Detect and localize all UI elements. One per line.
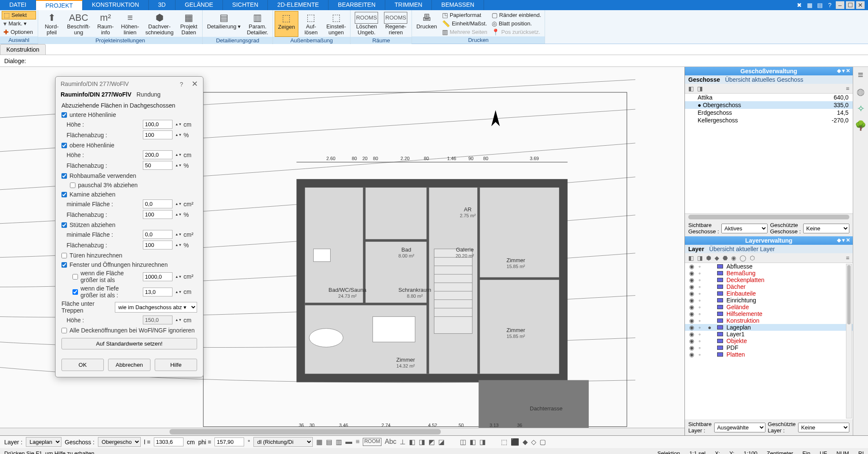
layers-list[interactable]: ◉◦Abfluesse◉◦Bemaßung◉◦Deckenplatten◉◦Dä…: [685, 263, 853, 419]
bi3[interactable]: ▥: [336, 438, 342, 446]
tab-2delemente[interactable]: 2D-ELEMENTE: [268, 0, 328, 10]
brick-icon[interactable]: ▤: [815, 1, 824, 9]
layers-tool6[interactable]: ◉: [731, 255, 736, 261]
layer-row[interactable]: ◉◦Einrichtung: [685, 297, 853, 304]
layers-tool5[interactable]: ⬣: [723, 255, 728, 261]
bi9[interactable]: ◧: [409, 438, 415, 446]
fenster-tiefe-input[interactable]: [143, 288, 172, 296]
selekt-button[interactable]: ⬚Selekt: [2, 11, 36, 19]
papierformat-button[interactable]: ◳Papierformat: [440, 11, 489, 19]
loeschen-ungeb-button[interactable]: ROOMSLöschen Ungeb.: [352, 11, 381, 37]
floors-icon3[interactable]: ≡: [846, 85, 849, 92]
dialog-ok-button[interactable]: OK: [61, 359, 104, 371]
layers-menu-icon[interactable]: ▾: [842, 237, 845, 243]
layer-row[interactable]: ◉◦Abfluesse: [685, 263, 853, 270]
toolstrip-chair-icon[interactable]: ◍: [857, 86, 865, 97]
untere-hoehe-input[interactable]: [143, 120, 172, 129]
panel-pin-icon[interactable]: ◆: [837, 68, 841, 74]
nordpfeil-button[interactable]: ⬆Nord- pfeil: [40, 11, 64, 37]
rauminfo-button[interactable]: m²Raum- info: [94, 11, 117, 37]
bi20[interactable]: ▢: [540, 438, 546, 446]
maximize-icon[interactable]: ☐: [846, 1, 854, 9]
bi8[interactable]: ⊥: [400, 438, 406, 446]
paramdetailier-button[interactable]: ▥Param. Detailier.: [244, 11, 271, 37]
settings-icon[interactable]: ▦: [805, 1, 814, 9]
bot-geschoss-select[interactable]: Obergescho: [98, 437, 141, 447]
layer-row[interactable]: ◉◦Objekte: [685, 338, 853, 344]
layers-tool9[interactable]: ≡: [846, 255, 849, 261]
raender-button[interactable]: ▢Ränder einblend.: [490, 11, 543, 19]
floors-tab-geschosse[interactable]: Geschosse: [688, 76, 720, 83]
chk-untere[interactable]: [61, 112, 67, 118]
layers-close-icon[interactable]: ✕: [846, 237, 850, 243]
bot-phi-input[interactable]: [214, 437, 244, 446]
blattpos-button[interactable]: ◎Blatt position.: [490, 19, 543, 28]
floors-icon2[interactable]: ◨: [697, 85, 703, 92]
std-values-button[interactable]: Auf Standardwerte setzen!: [61, 338, 197, 349]
bi14[interactable]: ◧: [470, 438, 476, 446]
optionen-button[interactable]: ✚Optionen: [2, 28, 36, 36]
layers-pin-icon[interactable]: ◆: [837, 237, 841, 243]
minimize-icon[interactable]: –: [836, 1, 844, 9]
dialog-tab-rundung[interactable]: Rundung: [136, 91, 161, 98]
layers-tool8[interactable]: ⬡: [750, 255, 755, 261]
kamine-min-input[interactable]: [143, 199, 172, 208]
mehrere-seiten-button[interactable]: ▥Mehrere Seiten: [440, 28, 489, 36]
obere-abzug-input[interactable]: [143, 161, 172, 170]
bi4[interactable]: ▬: [345, 438, 352, 446]
bi1[interactable]: ▦: [316, 438, 323, 446]
dialog-tab-rauminfo[interactable]: Rauminfo/DIN 277/WoFlV: [61, 91, 131, 98]
bi5[interactable]: ≡: [356, 438, 359, 446]
bot-mode-select[interactable]: dl (Richtung/Di: [253, 437, 313, 447]
stuetzen-min-input[interactable]: [143, 230, 172, 239]
dialog-help-button[interactable]: Hilfe: [155, 359, 197, 371]
dialog-cancel-button[interactable]: Abbrechen: [108, 359, 150, 371]
beschriftung-button[interactable]: ABCBeschrift- ung: [64, 11, 93, 37]
poszurueck-button[interactable]: 📍Pos zurücksetz.: [490, 28, 543, 36]
layers-tool4[interactable]: ◆: [715, 255, 719, 261]
layers-tab-layer[interactable]: Layer: [688, 246, 704, 252]
detailierung-button[interactable]: ▤Detailierung ▾: [204, 11, 243, 37]
toolstrip-layers-icon[interactable]: ≡: [858, 69, 863, 80]
toolstrip-tree-icon[interactable]: 🌳: [855, 120, 866, 131]
chk-kamine[interactable]: [61, 192, 67, 197]
layer-row[interactable]: ◉◦Layer1: [685, 331, 853, 338]
bot-l-input[interactable]: [154, 437, 184, 446]
tab-sichten[interactable]: SICHTEN: [223, 0, 268, 10]
close-icon[interactable]: ✕: [856, 1, 865, 9]
canvas-hscroll[interactable]: [0, 428, 684, 435]
chk-pauschal[interactable]: [70, 183, 75, 188]
floor-row[interactable]: ● Obergeschoss335,0: [685, 101, 853, 109]
chk-rohbau[interactable]: [61, 173, 67, 179]
tab-gelaende[interactable]: GELÄNDE: [175, 0, 223, 10]
floor-row[interactable]: Erdgeschoss14,5: [685, 109, 853, 116]
stuetzen-abzug-input[interactable]: [143, 241, 172, 249]
chk-stuetzen[interactable]: [61, 222, 67, 228]
floors-icon1[interactable]: ◧: [688, 85, 694, 92]
floors-list[interactable]: Attika640,0● Obergeschoss335,0Erdgeschos…: [685, 94, 853, 213]
layer-row[interactable]: ◉◦Gelände: [685, 304, 853, 310]
layers-tool7[interactable]: ◯: [740, 255, 746, 261]
layers-tool1[interactable]: ◧: [688, 255, 694, 261]
dialog-close-icon[interactable]: ✕: [192, 80, 198, 88]
panel-menu-icon[interactable]: ▾: [842, 68, 845, 74]
tools-icon[interactable]: ✖: [795, 1, 804, 9]
layer-row[interactable]: ◉◦Einbauteile: [685, 290, 853, 297]
fenster-flaeche-input[interactable]: [143, 272, 172, 281]
tab-trimmen[interactable]: TRIMMEN: [385, 0, 432, 10]
layer-row[interactable]: ◉◦Hilfselemente: [685, 310, 853, 317]
bi18[interactable]: ◆: [523, 438, 528, 446]
zeigen-button[interactable]: ⬚Zeigen: [275, 11, 298, 37]
drucken-button[interactable]: 🖶Drucken: [414, 11, 439, 36]
layers-geschuetzte-select[interactable]: Keine: [798, 423, 849, 432]
hoehenlinien-button[interactable]: ≡Höhen- linien: [118, 11, 142, 37]
treppen-select[interactable]: wie im Dachgeschoss abz ▾: [115, 302, 197, 313]
chk-obere[interactable]: [61, 143, 67, 148]
bi7[interactable]: Abc: [385, 438, 397, 446]
layer-row[interactable]: ◉◦PDF: [685, 344, 853, 351]
layer-row[interactable]: ◉◦Deckenplatten: [685, 277, 853, 283]
untere-abzug-input[interactable]: [143, 130, 172, 139]
mark-button[interactable]: ▾Mark. ▾: [2, 19, 36, 28]
layer-row[interactable]: ◉◦Platten: [685, 351, 853, 358]
layer-row[interactable]: ◉◦Konstruktion: [685, 317, 853, 324]
